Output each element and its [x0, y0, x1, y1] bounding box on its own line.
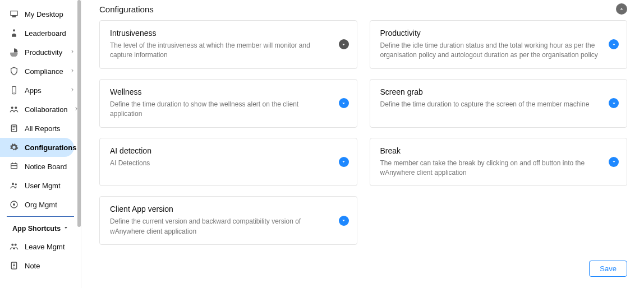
sidebar-item-productivity[interactable]: Productivity — [0, 43, 81, 62]
chevron-right-icon — [70, 49, 75, 55]
page-title: Configurations — [99, 4, 154, 14]
shortcut-item-leave-mgmt[interactable]: Leave Mgmt — [0, 237, 81, 256]
sidebar-item-collaboration[interactable]: Collaboration — [0, 100, 81, 119]
config-card-ai-detection: AI detectionAI Detections — [99, 138, 357, 187]
sidebar-item-label: User Mgmt — [25, 182, 75, 190]
config-card-wellness: WellnessDefine the time duration to show… — [99, 79, 357, 128]
phone-icon — [9, 85, 19, 95]
sidebar-item-label: Collaboration — [25, 105, 68, 114]
leader-icon — [9, 28, 19, 38]
sidebar-item-compliance[interactable]: Compliance — [0, 62, 81, 81]
sidebar-item-label: Productivity — [25, 48, 64, 57]
config-card-productivity: ProductivityDefine the idle time duratio… — [370, 20, 628, 69]
sidebar-item-label: Notice Board — [25, 162, 75, 171]
chevron-right-icon — [73, 106, 79, 113]
save-button[interactable]: Save — [589, 261, 627, 277]
card-title: AI detection — [110, 146, 332, 155]
shield-icon — [9, 66, 19, 76]
shortcut-item-note[interactable]: Note — [0, 256, 81, 275]
card-title: Productivity — [380, 29, 602, 38]
card-title: Break — [380, 146, 602, 155]
main-content: Configurations IntrusivenessThe level of… — [81, 0, 644, 288]
collab-icon — [9, 104, 19, 114]
expand-card-button[interactable] — [609, 39, 619, 49]
sidebar-item-org-mgmt[interactable]: Org Mgmt — [0, 195, 81, 214]
expand-card-button[interactable] — [609, 98, 619, 108]
expand-card-button[interactable] — [339, 157, 349, 167]
sidebar-item-all-reports[interactable]: All Reports — [0, 119, 81, 138]
note-icon — [9, 261, 19, 271]
card-description: Define the time duration to capture the … — [380, 100, 602, 109]
sidebar: My DesktopLeaderboardProductivityComplia… — [0, 0, 81, 288]
gear-icon — [9, 142, 19, 152]
card-description: Define the idle time duration status and… — [380, 41, 602, 61]
expand-card-button[interactable] — [339, 216, 349, 226]
sidebar-item-label: Leaderboard — [25, 29, 75, 38]
shortcut-item-label: Leave Mgmt — [25, 243, 75, 251]
board-icon — [9, 161, 19, 171]
sidebar-item-label: Compliance — [25, 67, 64, 76]
card-description: Define the current version and backward … — [110, 217, 332, 236]
sidebar-item-label: Configurations — [25, 143, 76, 152]
collapse-all-button[interactable] — [616, 3, 627, 15]
sidebar-item-label: All Reports — [25, 124, 75, 133]
users-icon — [9, 180, 19, 191]
shortcut-item-label: Note — [25, 262, 75, 270]
card-description: The member can take the break by clickin… — [380, 159, 602, 178]
app-shortcuts-header[interactable]: App Shortcuts — [0, 220, 81, 237]
chevron-down-icon — [63, 225, 69, 233]
card-description: AI Detections — [110, 159, 332, 168]
sidebar-item-configurations[interactable]: Configurations — [0, 138, 74, 157]
app-shortcuts-label: App Shortcuts — [12, 225, 61, 233]
card-title: Client App version — [110, 205, 332, 213]
config-card-client-app-version: Client App versionDefine the current ver… — [99, 196, 357, 245]
expand-card-button[interactable] — [609, 157, 619, 167]
config-card-intrusiveness: IntrusivenessThe level of the intrusiven… — [99, 20, 357, 69]
card-title: Screen grab — [380, 87, 602, 96]
config-card-screen-grab: Screen grabDefine the time duration to c… — [370, 79, 628, 128]
sidebar-item-leaderboard[interactable]: Leaderboard — [0, 24, 81, 43]
sidebar-item-user-mgmt[interactable]: User Mgmt — [0, 176, 81, 195]
sidebar-item-my-desktop[interactable]: My Desktop — [0, 4, 81, 24]
config-card-grid: IntrusivenessThe level of the intrusiven… — [99, 20, 627, 245]
org-icon — [9, 199, 19, 210]
sidebar-item-notice-board[interactable]: Notice Board — [0, 157, 81, 176]
sidebar-item-apps[interactable]: Apps — [0, 81, 81, 100]
sidebar-divider — [7, 216, 74, 217]
sidebar-item-label: Apps — [25, 86, 64, 95]
expand-card-button[interactable] — [339, 39, 349, 49]
card-title: Wellness — [110, 87, 332, 96]
pie-icon — [9, 47, 19, 57]
save-row: Save — [99, 261, 627, 277]
sidebar-item-label: Org Mgmt — [25, 201, 75, 209]
card-description: Define the time duration to show the wel… — [110, 100, 332, 119]
sidebar-item-label: My Desktop — [25, 10, 75, 18]
config-card-break: BreakThe member can take the break by cl… — [370, 138, 628, 187]
chevron-right-icon — [70, 68, 75, 75]
card-description: The level of the intrusiveness at which … — [110, 41, 332, 61]
section-header: Configurations — [99, 2, 627, 20]
report-icon — [9, 123, 19, 133]
chevron-right-icon — [70, 87, 75, 94]
expand-card-button[interactable] — [339, 98, 349, 108]
leave-icon — [9, 241, 19, 252]
card-title: Intrusiveness — [110, 29, 332, 38]
desktop-icon — [9, 9, 19, 19]
